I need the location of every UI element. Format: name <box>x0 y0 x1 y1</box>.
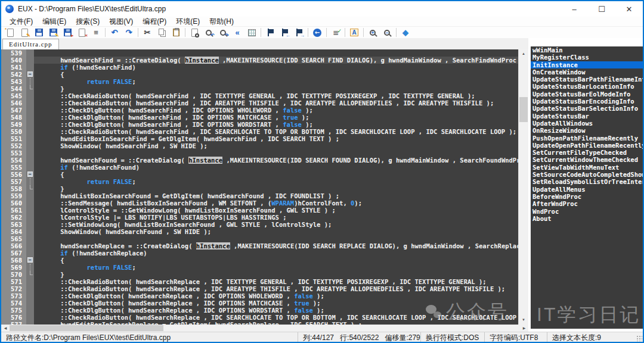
code-line-556[interactable]: 556− { <box>1 171 518 178</box>
line-number[interactable]: 562 <box>1 214 26 221</box>
code-line-546[interactable]: 546 ::CheckRadioButton( hwndSearchFind ,… <box>1 99 518 107</box>
symbol-list[interactable]: wWinMainMyRegisterClassInitInstanceOnCre… <box>531 46 643 329</box>
horizontal-scroll-thumb[interactable] <box>10 325 163 331</box>
resize-grip[interactable] <box>636 335 642 341</box>
line-number[interactable]: 551 <box>1 135 26 142</box>
line-number[interactable]: 575 <box>1 307 26 314</box>
tab-editultra[interactable]: EditUltra.cpp <box>2 39 59 49</box>
line-number[interactable]: 543 <box>1 78 26 85</box>
line-number[interactable]: 555 <box>1 164 26 171</box>
editor-vertical-scrollbar[interactable]: ▲ ▼ <box>518 49 528 325</box>
symbol-item-UpdateAllWindows[interactable]: UpdateAllWindows <box>531 120 643 127</box>
code-line-572[interactable]: 572 ::CheckRadioButton( hwndSearchReplac… <box>1 285 518 292</box>
code-line-571[interactable]: 571 ::CheckRadioButton( hwndSearchReplac… <box>1 278 518 285</box>
vertical-scroll-thumb[interactable] <box>519 97 528 122</box>
fold-collapse-icon[interactable]: − <box>27 71 33 77</box>
scroll-up-icon[interactable]: ▲ <box>519 49 528 58</box>
cut-button[interactable]: ✂ <box>140 27 154 38</box>
replace-button[interactable] <box>244 27 259 38</box>
symbol-item-UpdateStatusBar[interactable]: UpdateStatusBar <box>531 113 643 120</box>
line-number[interactable]: 545 <box>1 92 26 99</box>
code-line-558[interactable]: 558 } <box>1 185 518 192</box>
line-number[interactable]: 544 <box>1 85 26 92</box>
editor[interactable]: 539540 hwndSearchFind = ::CreateDialog( … <box>1 49 528 325</box>
minimize-button[interactable]: – <box>561 1 588 17</box>
symbol-item-SetViewTabWidthMenuText[interactable]: SetViewTabWidthMenuText <box>531 164 643 171</box>
symbol-item-OnResizeWindow[interactable]: OnResizeWindow <box>531 127 643 134</box>
menu-environment[interactable]: 环境(E) <box>171 17 205 26</box>
line-number[interactable]: 542 <box>1 71 26 78</box>
line-number[interactable]: 548 <box>1 114 26 121</box>
symbol-item-WndProc[interactable]: WndProc <box>531 208 643 215</box>
code-line-549[interactable]: 549 ::CheckDlgButton( hwndSearchFind , I… <box>1 121 518 128</box>
symbol-item-InitInstance[interactable]: InitInstance <box>531 61 643 68</box>
symbol-item-BeforeWndProc[interactable]: BeforeWndProc <box>531 193 643 200</box>
menu-program[interactable]: 编程(P) <box>138 17 171 26</box>
code-line-576[interactable]: 576 ::CheckRadioButton( hwndSearchReplac… <box>1 314 518 321</box>
line-number[interactable]: 573 <box>1 292 26 300</box>
line-number[interactable]: 561 <box>1 207 26 214</box>
about-button[interactable]: ◆ <box>398 27 413 38</box>
bookmark-button[interactable] <box>263 27 277 38</box>
line-number[interactable]: 554 <box>1 157 26 164</box>
symbol-item-SetCurrentFileTypeChecked[interactable]: SetCurrentFileTypeChecked <box>531 149 643 156</box>
fold-collapse-icon[interactable]: − <box>27 172 33 177</box>
code-line-568[interactable]: 568− { <box>1 257 518 264</box>
code-line-540[interactable]: 540 hwndSearchFind = ::CreateDialog( hIn… <box>1 57 518 64</box>
undo-button[interactable]: ↶ <box>107 27 122 38</box>
find-prev-button[interactable]: ↶ <box>202 27 216 38</box>
save-button[interactable] <box>32 27 46 38</box>
code-line-570[interactable]: 570 } <box>1 271 518 278</box>
back-button[interactable]: ← <box>310 27 324 38</box>
line-number[interactable]: 568 <box>1 257 26 264</box>
zoom-in-button[interactable]: + <box>366 27 380 38</box>
code-area[interactable]: 539540 hwndSearchFind = ::CreateDialog( … <box>1 49 518 325</box>
code-line-564[interactable]: 564 ShowWindow( hwndSearchFound , SW_HID… <box>1 228 518 235</box>
task-list-button[interactable]: ≡ <box>329 27 343 38</box>
line-number[interactable]: 558 <box>1 185 26 192</box>
code-line-567[interactable]: 567 if (!hwndSearchReplace) <box>1 250 518 257</box>
scroll-right-icon[interactable]: ▶ <box>520 325 528 332</box>
line-number[interactable]: 550 <box>1 128 26 135</box>
symbol-item-SetSourceCodeAutoCompletedShowAf[interactable]: SetSourceCodeAutoCompletedShowAf <box>531 171 643 178</box>
code-line-539[interactable]: 539 <box>1 49 518 57</box>
code-line-548[interactable]: 548 ::CheckDlgButton( hwndSearchFind , I… <box>1 114 518 121</box>
symbol-item-UpdateStatusBarEolModeInfo[interactable]: UpdateStatusBarEolModeInfo <box>531 91 643 98</box>
line-number[interactable]: 572 <box>1 285 26 292</box>
line-number[interactable]: 541 <box>1 64 26 71</box>
code-line-559[interactable]: 559 hwndListBoxInSearchFound = GetDlgIte… <box>1 192 518 199</box>
symbol-item-UpdateStatusBarSelectionInfo[interactable]: UpdateStatusBarSelectionInfo <box>531 105 643 112</box>
find-next-button[interactable]: ↷ <box>216 27 230 38</box>
code-line-573[interactable]: 573 ::CheckDlgButton( hwndSearchReplace … <box>1 292 518 300</box>
symbol-item-UpdateStatusBarPathFilenameInfo[interactable]: UpdateStatusBarPathFilenameInfo <box>531 76 643 83</box>
code-line-545[interactable]: 545 ::CheckRadioButton( hwndSearchFind ,… <box>1 92 518 99</box>
new-file-button[interactable]: * <box>3 27 17 38</box>
line-number[interactable]: 576 <box>1 314 26 321</box>
close-file-button[interactable]: × <box>75 27 89 38</box>
line-number[interactable]: 569 <box>1 264 26 271</box>
menu-search[interactable]: 搜索(S) <box>71 17 104 26</box>
symbol-item-AfterWndProc[interactable]: AfterWndProc <box>531 200 643 207</box>
symbol-item-UpdateAllMenus[interactable]: UpdateAllMenus <box>531 186 643 193</box>
line-number[interactable]: 564 <box>1 228 26 235</box>
line-number[interactable]: 552 <box>1 142 26 149</box>
fold-collapse-icon[interactable]: − <box>27 257 33 263</box>
scroll-down-icon[interactable]: ▼ <box>519 316 528 325</box>
line-number[interactable]: 565 <box>1 235 26 242</box>
line-number[interactable]: 547 <box>1 107 26 114</box>
syntax-color-button[interactable]: A <box>347 27 361 38</box>
line-number[interactable]: 560 <box>1 199 26 207</box>
close-button[interactable]: ✕ <box>615 1 643 17</box>
menu-file[interactable]: 文件(F) <box>5 17 38 26</box>
fold-marker[interactable]: − <box>26 257 34 264</box>
line-number[interactable]: 567 <box>1 250 26 257</box>
fold-marker[interactable]: − <box>26 71 34 78</box>
symbol-item-SetReloadSymbolListOrTreeInterval[interactable]: SetReloadSymbolListOrTreeInterval <box>531 178 643 185</box>
code-line-562[interactable]: 562 lControlStyle |= LBS_NOTIFY|LBS_USET… <box>1 214 518 221</box>
code-line-544[interactable]: 544 } <box>1 85 518 92</box>
symbol-item-SetCurrentWindowThemeChecked[interactable]: SetCurrentWindowThemeChecked <box>531 156 643 163</box>
code-line-542[interactable]: 542− { <box>1 71 518 78</box>
code-line-541[interactable]: 541 if (!hwndSearchFind) <box>1 64 518 71</box>
line-number[interactable]: 557 <box>1 178 26 185</box>
menu-view[interactable]: 视图(V) <box>104 17 138 26</box>
